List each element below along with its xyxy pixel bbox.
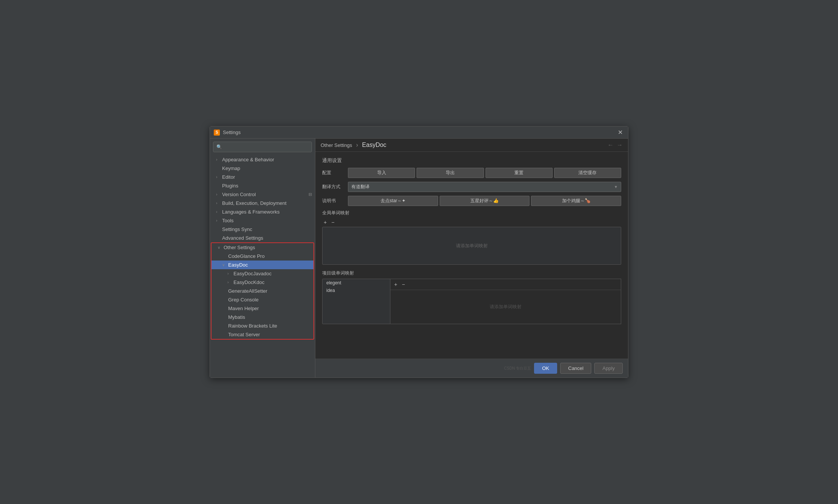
sidebar-item-languages[interactable]: › Languages & Frameworks [210,208,315,216]
sidebar-item-build[interactable]: › Build, Execution, Deployment [210,199,315,208]
star-button[interactable]: 去点star～✦ [348,196,438,206]
search-icon: 🔍 [216,144,222,150]
breadcrumb: Other Settings › EasyDoc [321,142,386,148]
chevron-right-icon: › [216,192,221,197]
export-button[interactable]: 导出 [417,168,484,178]
button-row: CSDN 专白豆五 OK Cancel Apply [315,359,628,378]
add-global-mapping-button[interactable]: + [322,218,328,226]
breadcrumb-current: EasyDoc [362,142,386,148]
project-list-item[interactable]: idea [323,287,390,294]
breadcrumb-separator: › [356,142,358,148]
window-title: Settings [223,130,241,135]
global-mapping-empty: 请添加单词映射 [456,243,488,249]
desc-label: 说明书 [322,198,345,204]
translate-label: 翻译方式 [322,184,345,190]
remove-global-mapping-button[interactable]: − [330,218,336,226]
app-icon: S [214,130,220,136]
sidebar-item-easydoc-kdoc[interactable]: › EasyDocKdoc [211,278,313,287]
translate-row: 翻译方式 有道翻译 ▼ [322,182,621,192]
remove-project-mapping-button[interactable]: − [400,281,406,288]
settings-window: S Settings ✕ 🔍 › Appearance & Behavior K… [210,126,628,378]
project-list-item[interactable]: elegent [323,279,390,287]
breadcrumb-bar: Other Settings › EasyDoc ← → [315,139,628,152]
project-mapping-area: 请添加单词映射 [390,290,621,324]
sidebar-item-appearance[interactable]: › Appearance & Behavior [210,155,315,164]
project-mapping-toolbar: + − [390,279,621,290]
sidebar-item-other-settings[interactable]: ∨ Other Settings [211,243,313,252]
forward-button[interactable]: → [617,142,623,148]
config-row: 配置 导入 导出 重置 清空缓存 [322,168,621,178]
nav-arrows: ← → [608,142,623,148]
chevron-right-icon: › [216,218,221,223]
sidebar-item-tomcat-server[interactable]: Tomcat Server [211,330,313,339]
apply-button[interactable]: Apply [594,363,623,374]
translate-select[interactable]: 有道翻译 ▼ [348,182,621,192]
sidebar: 🔍 › Appearance & Behavior Keymap › Edito… [210,139,315,378]
sidebar-item-settings-sync[interactable]: Settings Sync [210,225,315,234]
chevron-down-icon: ∨ [218,245,223,250]
sidebar-item-version-control[interactable]: › Version Control ⊟ [210,190,315,199]
chevron-down-icon: ▼ [614,185,618,189]
sidebar-item-easydoc[interactable]: ∨ EasyDoc [211,261,313,269]
chevron-right-icon: › [216,158,221,162]
project-list: elegent idea [322,279,390,324]
sidebar-item-generate-all-setter[interactable]: GenerateAllSetter [211,287,313,295]
project-mapping-empty: 请添加单词映射 [490,304,522,310]
translate-value: 有道翻译 [351,184,370,190]
chevron-right-icon: › [227,280,233,284]
project-mapping-section: 项目级单词映射 elegent idea + [322,270,621,324]
global-mapping-area: 请添加单词映射 [322,227,621,265]
global-mapping-header: 全局单词映射 [322,210,621,216]
desc-row: 说明书 去点star～✦ 五星好评～👍 加个鸡腿～🍗 [322,196,621,206]
chevron-right-icon: › [227,272,233,276]
sidebar-item-grep-console[interactable]: Grep Console [211,295,313,304]
reset-button[interactable]: 重置 [486,168,553,178]
titlebar: S Settings ✕ [210,126,628,139]
sidebar-item-maven-helper[interactable]: Maven Helper [211,304,313,313]
sidebar-item-plugins[interactable]: Plugins [210,181,315,190]
search-box[interactable]: 🔍 [213,142,312,152]
config-label: 配置 [322,170,345,176]
sidebar-item-editor[interactable]: › Editor [210,173,315,181]
chicken-button[interactable]: 加个鸡腿～🍗 [531,196,621,206]
global-mapping-section: 全局单词映射 + − 请添加单词映射 [322,210,621,265]
config-buttons: 导入 导出 重置 清空缓存 [348,168,621,178]
add-project-mapping-button[interactable]: + [393,281,399,288]
sidebar-item-rainbow-brackets[interactable]: Rainbow Brackets Lite [211,321,313,330]
sidebar-item-codeglance[interactable]: CodeGlance Pro [211,252,313,261]
cancel-button[interactable]: Cancel [560,363,591,374]
version-control-icon: ⊟ [309,192,312,197]
breadcrumb-parent: Other Settings [321,142,352,148]
close-button[interactable]: ✕ [616,129,624,136]
sidebar-item-advanced-settings[interactable]: Advanced Settings [210,234,315,242]
main-panel: Other Settings › EasyDoc ← → 通用设置 配置 导入 [315,139,628,378]
chevron-right-icon: › [216,175,221,179]
clear-cache-button[interactable]: 清空缓存 [554,168,621,178]
main-content: 通用设置 配置 导入 导出 重置 清空缓存 翻译方式 有道翻译 [315,152,628,359]
chevron-right-icon: › [216,201,221,205]
sidebar-item-tools[interactable]: › Tools [210,216,315,225]
desc-buttons: 去点star～✦ 五星好评～👍 加个鸡腿～🍗 [348,196,621,206]
review-button[interactable]: 五星好评～👍 [440,196,530,206]
project-mapping-right: + − 请添加单词映射 [390,279,621,324]
sidebar-item-keymap[interactable]: Keymap [210,164,315,173]
project-mapping-header: 项目级单词映射 [322,270,621,276]
sidebar-item-mybatis[interactable]: Mybatis [211,313,313,321]
content-area: 🔍 › Appearance & Behavior Keymap › Edito… [210,139,628,378]
general-section-header: 通用设置 [322,157,621,164]
global-mapping-toolbar: + − [322,218,621,226]
back-button[interactable]: ← [608,142,614,148]
ok-button[interactable]: OK [534,363,557,374]
nav-tree: › Appearance & Behavior Keymap › Editor … [210,155,315,378]
project-mapping-container: elegent idea + − 请添加 [322,279,621,324]
chevron-right-icon: › [216,210,221,214]
import-button[interactable]: 导入 [348,168,415,178]
sidebar-item-easydoc-javadoc[interactable]: › EasyDocJavadoc [211,269,313,278]
watermark: CSDN 专白豆五 [504,366,531,371]
chevron-down-icon: ∨ [222,263,227,267]
